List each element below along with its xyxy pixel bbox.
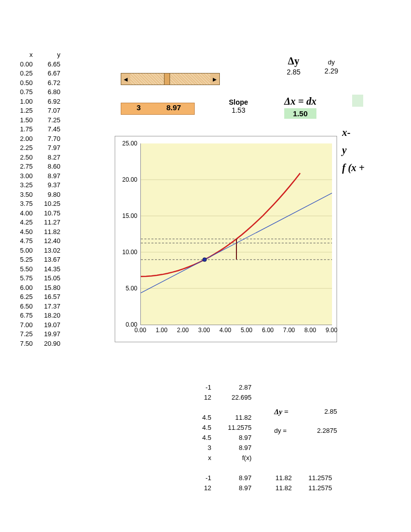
aux-cell: 11.82 <box>257 483 297 493</box>
aux-cell: 3 <box>176 443 216 453</box>
cell-x: 6.00 <box>13 283 33 293</box>
cell-y: 6.72 <box>33 79 60 88</box>
table-row: 4.2511.27 <box>13 218 60 227</box>
cell-x: 2.50 <box>13 153 33 163</box>
cell-y: 8.60 <box>33 162 60 172</box>
aux-dy-label: dy = <box>274 426 302 436</box>
cell-x: 7.25 <box>13 330 33 339</box>
table-row: 0.006.65 <box>13 60 60 69</box>
cell-y: 11.82 <box>33 227 60 237</box>
cell-x: 6.25 <box>13 292 33 302</box>
x-tick-label: 8.00 <box>304 327 316 334</box>
xy-value-box: 3 8.97 <box>121 103 195 115</box>
delta-y-symbol: Δy <box>287 55 300 67</box>
x-value: 3 <box>121 103 156 114</box>
table-row: 0.756.80 <box>13 88 60 97</box>
cell-x: 2.75 <box>13 162 33 172</box>
x-tick-label: 7.00 <box>283 327 295 334</box>
x-tick-label: 3.00 <box>198 327 210 334</box>
aux-cell: -1 <box>176 383 216 393</box>
triangle-left-icon: ◀ <box>124 77 128 82</box>
aux-row: -12.87 <box>176 383 337 393</box>
y-tick-label: 15.00 <box>122 212 137 219</box>
y-tick-label: 5.00 <box>126 285 137 292</box>
table-row: 1.757.45 <box>13 125 60 134</box>
cell-y: 9.80 <box>33 190 60 200</box>
svg-point-8 <box>203 258 207 262</box>
cell-x: 5.75 <box>13 274 33 283</box>
aux-cell: 8.97 <box>216 483 257 493</box>
side-formula-labels: x- y f (x + <box>342 127 365 180</box>
delta-x-block: Δx = dx 1.50 <box>284 96 316 119</box>
table-row: 7.2519.97 <box>13 330 60 339</box>
aux-row: 1222.695 <box>176 393 337 403</box>
cell-x: 1.75 <box>13 125 33 134</box>
table-row: 6.5017.37 <box>13 302 60 312</box>
aux-cell: 12 <box>176 393 216 403</box>
table-row: 7.0019.07 <box>13 321 60 330</box>
side-x: x <box>342 127 347 138</box>
cell-x: 2.00 <box>13 134 33 144</box>
cell-y: 6.80 <box>33 88 60 97</box>
table-row: 4.7512.40 <box>13 237 60 246</box>
aux-dy-value: 2.2875 <box>302 426 337 436</box>
slope-label: Slope <box>229 98 248 106</box>
cell-y: 6.65 <box>33 60 60 69</box>
cell-y: 15.05 <box>33 274 60 283</box>
table-row: 0.256.67 <box>13 69 60 79</box>
slider-track[interactable] <box>130 73 210 85</box>
slider-thumb[interactable] <box>164 73 170 85</box>
cell-y: 16.57 <box>33 292 60 302</box>
aux-cell: 8.97 <box>216 473 257 483</box>
y-tick-label: 25.00 <box>122 140 137 147</box>
cell-x: 4.75 <box>13 237 33 246</box>
dy-block: dy 2.29 <box>324 58 338 75</box>
cell-x: 4.50 <box>13 227 33 237</box>
table-row: 2.508.27 <box>13 153 60 163</box>
cell-y: 8.27 <box>33 153 60 163</box>
aux-row: xf(x) <box>176 453 337 463</box>
cell-y: 6.67 <box>33 69 60 79</box>
cell-y: 20.90 <box>33 339 60 349</box>
cell-y: 12.40 <box>33 237 60 246</box>
cell-x: 4.00 <box>13 209 33 218</box>
slider-right-button[interactable]: ▶ <box>210 73 219 85</box>
cell-x: 7.50 <box>13 339 33 349</box>
chart-svg <box>141 143 332 325</box>
x-tick-label: 2.00 <box>177 327 189 334</box>
cell-y: 17.37 <box>33 302 60 312</box>
cell-y: 18.20 <box>33 311 60 321</box>
cell-y: 19.07 <box>33 321 60 330</box>
aux-cell: 4.5 <box>176 433 216 443</box>
aux-row: -18.9711.8211.2575 <box>176 473 337 483</box>
x-slider[interactable]: ◀ ▶ <box>121 73 220 85</box>
table-row: 5.0013.02 <box>13 246 60 256</box>
x-tick-label: 1.00 <box>156 327 168 334</box>
table-row: 0.506.72 <box>13 79 60 88</box>
cell-y: 7.25 <box>33 116 60 125</box>
cell-y: 7.07 <box>33 106 60 116</box>
x-tick-label: 6.00 <box>262 327 274 334</box>
aux-cell: x <box>176 453 216 463</box>
cell-x: 3.50 <box>13 190 33 200</box>
aux-cell: 2.87 <box>216 383 257 393</box>
cell-x: 0.75 <box>13 88 33 97</box>
y-value: 8.97 <box>156 103 195 114</box>
table-row: 4.0010.75 <box>13 209 60 218</box>
cell-y: 13.02 <box>33 246 60 256</box>
cell-y: 14.35 <box>33 265 60 274</box>
cell-y: 13.67 <box>33 255 60 265</box>
aux-cell: 11.2575 <box>216 423 257 433</box>
table-row: 2.007.70 <box>13 134 60 144</box>
table-row: 3.259.37 <box>13 181 60 190</box>
aux-cell: -1 <box>176 473 216 483</box>
aux-delta-y-value: 2.85 <box>302 407 337 417</box>
delta-x-value[interactable]: 1.50 <box>284 108 316 119</box>
cell-y: 10.75 <box>33 209 60 218</box>
x-tick-label: 4.00 <box>219 327 231 334</box>
side-fx: f (x + <box>342 162 365 174</box>
cell-x: 1.25 <box>13 106 33 116</box>
slider-left-button[interactable]: ◀ <box>121 73 130 85</box>
y-tick-label: 20.00 <box>122 176 137 183</box>
cell-y: 8.97 <box>33 172 60 181</box>
